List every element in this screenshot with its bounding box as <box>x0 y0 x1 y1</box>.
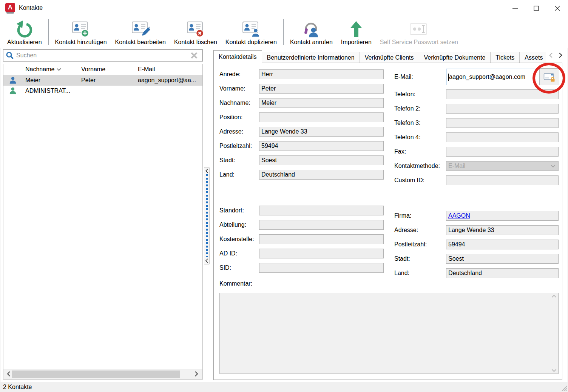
column-header-nachname[interactable]: Nachname <box>22 66 78 73</box>
import-button[interactable]: Importieren <box>337 17 376 48</box>
abteilung-field[interactable] <box>259 220 384 230</box>
anrede-label: Anrede: <box>219 69 259 79</box>
scroll-right-button[interactable] <box>194 371 199 378</box>
horizontal-scrollbar[interactable] <box>3 369 202 379</box>
contact-delete-icon <box>186 20 205 38</box>
add-contact-button[interactable]: Kontakt hinzufügen <box>51 17 111 48</box>
firma-stadt-field[interactable]: Soest <box>446 254 559 264</box>
maximize-icon <box>533 5 539 11</box>
ad-id-field[interactable] <box>259 249 384 258</box>
position-field[interactable] <box>259 112 384 122</box>
table-row[interactable]: Meier Peter aagon_support@aa... <box>3 75 202 86</box>
email-lock-button[interactable] <box>539 68 559 85</box>
nachname-field[interactable]: Meier <box>259 98 384 108</box>
minimize-button[interactable] <box>505 0 526 17</box>
maximize-button[interactable] <box>526 0 547 17</box>
tab-assets[interactable]: Assets <box>519 52 546 63</box>
kommentar-textarea[interactable] <box>219 293 559 374</box>
firma-link[interactable]: AAGON <box>448 212 470 219</box>
kostenstelle-label: Kostenstelle: <box>219 234 259 244</box>
clear-search-button[interactable] <box>188 51 200 60</box>
ad-id-label: AD ID: <box>219 249 259 258</box>
tab-tickets[interactable]: Tickets <box>490 52 520 63</box>
panel-splitter[interactable] <box>204 167 210 264</box>
vorname-field[interactable]: Peter <box>259 84 384 94</box>
import-icon <box>349 20 363 38</box>
standort-label: Standort: <box>219 206 259 215</box>
app-window: A Kontakte Aktualisieren <box>0 0 568 392</box>
contact-add-icon <box>71 20 90 38</box>
refresh-icon <box>16 20 33 38</box>
kontaktmethode-label: Kontaktmethode: <box>394 161 446 171</box>
telefon4-field[interactable] <box>446 132 559 142</box>
telefon2-field[interactable] <box>446 104 559 114</box>
abteilung-label: Abteilung: <box>219 220 259 230</box>
kostenstelle-field[interactable] <box>259 234 384 244</box>
chevron-up-icon <box>551 295 557 298</box>
delete-contact-button[interactable]: Kontakt löschen <box>170 17 221 48</box>
stadt-label: Stadt: <box>219 155 259 165</box>
telefon3-label: Telefon 3: <box>394 118 446 128</box>
standort-field[interactable] <box>259 206 384 215</box>
tab-scroll-left-button[interactable] <box>548 52 553 59</box>
firma-adresse-field[interactable]: Lange Wende 33 <box>446 225 559 235</box>
close-button[interactable] <box>547 0 568 17</box>
position-label: Position: <box>219 112 259 122</box>
contact-call-icon <box>302 20 320 38</box>
telefon-field[interactable] <box>446 89 559 99</box>
person-icon <box>3 76 22 85</box>
search-box <box>3 49 203 61</box>
chevron-down-icon <box>551 164 556 168</box>
tab-benutzerdefinierte-informationen[interactable]: Benutzerdefinierte Informationen <box>262 52 360 63</box>
toolbar: Aktualisieren Kontakt hinzufügen <box>0 17 568 48</box>
search-input[interactable] <box>15 52 188 59</box>
refresh-button[interactable]: Aktualisieren <box>3 17 46 48</box>
nachname-label: Nachname: <box>219 98 259 108</box>
firma-stadt-label: Stadt: <box>394 254 446 264</box>
stadt-field[interactable]: Soest <box>259 155 384 165</box>
list-header: Nachname Vorname E-Mail <box>3 64 202 75</box>
tab-scroll-right-button[interactable] <box>558 52 563 59</box>
magnifier-icon <box>6 51 14 60</box>
window-title: Kontakte <box>19 5 43 11</box>
collapse-chevron-icon[interactable] <box>205 258 208 263</box>
scroll-left-button[interactable] <box>6 371 11 378</box>
tab-verknuepfte-clients[interactable]: Verknüpfte Clients <box>360 52 419 63</box>
resize-grip-icon[interactable] <box>561 385 567 391</box>
firma-label: Firma: <box>394 211 446 221</box>
fax-field[interactable] <box>446 147 559 157</box>
custom-id-label: Custom ID: <box>394 175 446 185</box>
column-header-email[interactable]: E-Mail <box>135 66 202 73</box>
chevron-right-icon <box>194 371 199 377</box>
telefon2-label: Telefon 2: <box>394 104 446 114</box>
kontaktmethode-select[interactable]: E-Mail <box>446 161 559 171</box>
table-row[interactable]: ADMINISTRAT... <box>3 86 202 96</box>
postleitzahl-field[interactable]: 59494 <box>259 141 384 151</box>
status-text: 2 Kontakte <box>3 384 32 390</box>
adresse-field[interactable]: Lange Wende 33 <box>259 127 384 137</box>
postleitzahl-label: Postleitzahl: <box>219 141 259 151</box>
person-icon <box>3 87 22 95</box>
firma-postleitzahl-field[interactable]: 59494 <box>446 240 559 249</box>
collapse-chevron-icon[interactable] <box>205 169 208 173</box>
call-contact-button[interactable]: Kontakt anrufen <box>286 17 337 48</box>
land-field[interactable]: Deutschland <box>259 170 384 180</box>
self-service-password-button[interactable]: Self Service Passwort setzen <box>376 17 462 48</box>
sid-field[interactable] <box>259 263 384 273</box>
custom-id-field[interactable] <box>446 175 559 185</box>
edit-contact-button[interactable]: Kontakt bearbeiten <box>111 17 170 48</box>
firma-land-field[interactable]: Deutschland <box>446 268 559 278</box>
comment-scrollbar[interactable] <box>550 293 558 374</box>
text-caret <box>448 74 449 81</box>
tab-kontaktdetails[interactable]: Kontaktdetails <box>213 50 262 63</box>
anrede-field[interactable]: Herr <box>259 69 384 79</box>
telefon3-field[interactable] <box>446 118 559 128</box>
firma-postleitzahl-label: Postleitzahl: <box>394 240 446 249</box>
tab-verknuepfte-dokumente[interactable]: Verknüpfte Dokumente <box>419 52 491 63</box>
telefon-label: Telefon: <box>394 89 446 99</box>
close-icon <box>554 5 560 11</box>
column-header-vorname[interactable]: Vorname <box>78 66 135 73</box>
chevron-down-icon <box>551 369 557 372</box>
scrollbar-thumb[interactable] <box>12 370 180 378</box>
duplicate-contact-button[interactable]: Kontakt duplizieren <box>221 17 281 48</box>
